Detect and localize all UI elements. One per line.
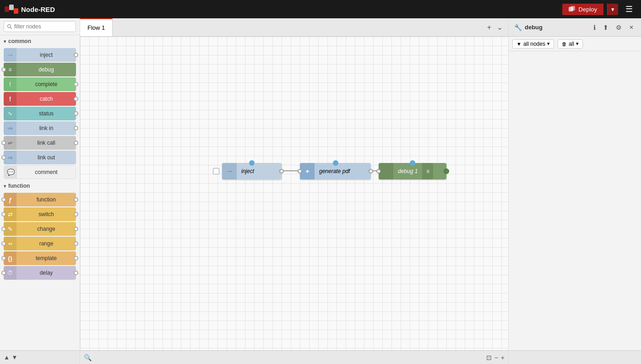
zoom-out-button[interactable]: − [494,354,498,361]
port-left [1,256,6,261]
port-left [1,155,6,160]
debug1-extra-icon: ≡ [422,163,433,179]
inject-arrow-icon: → [226,167,233,175]
list-item[interactable]: ⇒ link in [4,121,76,135]
list-item[interactable]: ∿ status [4,107,76,120]
list-item[interactable]: ⏱ delay [4,266,76,280]
filter-nodes-button[interactable]: ▼ all nodes ▾ [512,39,554,49]
deploy-icon [569,6,576,12]
canvas-node-generate-pdf[interactable]: ✦ generate pdf [300,163,371,179]
category-function[interactable]: ▾ function [0,180,80,192]
list-item[interactable]: {} template [4,251,76,265]
scroll-down-button[interactable]: ▼ [11,354,17,361]
scroll-up-button[interactable]: ▲ [4,354,10,361]
right-panel-header: 🔧 debug ℹ ⬆ ⚙ ✕ [509,18,641,37]
port-right [74,53,78,57]
svg-rect-1 [9,5,14,10]
hamburger-menu-button[interactable]: ☰ [622,2,636,16]
svg-rect-0 [5,6,9,12]
list-item[interactable]: ⇔ range [4,237,76,250]
filter-icon: ▼ [516,41,521,47]
filter-nodes-section [0,18,80,35]
tab-flow1[interactable]: Flow 1 [80,18,113,36]
port-left [1,212,6,217]
canvas-node-inject[interactable]: → inject [222,163,282,179]
generate-pdf-selected-dot [333,160,338,166]
right-panel-content [509,51,641,350]
add-tab-button[interactable]: + [485,22,493,33]
filter-nodes-input[interactable] [4,21,76,32]
inject-selected-dot [249,160,255,166]
app-title: Node-RED [21,5,55,13]
list-item[interactable]: ⇄ switch [4,207,76,221]
svg-rect-2 [14,8,18,14]
list-item[interactable]: ⇒ link out [4,151,76,164]
port-right [74,126,78,130]
generate-pdf-icon: ✦ [305,168,310,175]
link-in-icon: ⇒ [7,125,13,132]
clear-chevron-icon: ▾ [576,41,579,47]
inject-checkbox[interactable] [213,168,219,174]
list-item[interactable]: ! complete [4,77,76,91]
search-canvas-button[interactable]: 🔍 [84,354,92,361]
port-left [1,197,6,202]
panel-settings-button[interactable]: ⚙ [614,23,624,32]
range-icon: ⇔ [8,241,12,247]
link-out-icon: ⇒ [7,154,13,161]
list-item[interactable]: ƒ function [4,193,76,206]
port-left [1,227,6,231]
deploy-button[interactable]: Deploy [562,4,603,15]
list-item[interactable]: ⇌ link call [4,136,76,150]
list-item[interactable]: → inject [4,48,76,62]
arrow-right-icon: → [6,51,14,59]
zoom-in-button[interactable]: + [501,354,505,361]
list-item[interactable]: 💬 comment [4,165,76,179]
category-common[interactable]: ▾ common [0,35,80,47]
function-icon: ƒ [8,196,11,203]
port-right [74,82,78,87]
check-icon: ! [9,81,11,88]
tabs-bar: Flow 1 + ⌄ [80,18,508,37]
list-item[interactable]: ✎ change [4,222,76,236]
more-tabs-button[interactable]: ⌄ [495,21,505,33]
debug1-selected-dot [410,160,415,166]
right-panel: 🔧 debug ℹ ⬆ ⚙ ✕ ▼ all nodes ▾ 🗑 all ▾ [508,18,641,364]
flow-canvas[interactable]: → inject ✦ generate pdf [80,37,508,350]
export-button[interactable]: ⬆ [601,23,610,32]
port-right [74,271,78,275]
filter-chevron-icon: ▾ [547,41,550,47]
canvas-wires [80,37,508,350]
port-right [74,256,78,261]
port-right [74,197,78,202]
clear-button[interactable]: 🗑 all ▾ [558,39,583,49]
tab-actions: + ⌄ [482,18,508,36]
debug1-list-icon: ≡ [426,168,429,174]
deploy-dropdown-button[interactable]: ▾ [607,4,618,15]
inject-node-label: inject [237,168,259,174]
canvas-area: Flow 1 + ⌄ → [80,18,508,364]
canvas-node-debug1[interactable]: debug 1 ≡ [379,163,446,179]
port-left [1,141,6,145]
right-panel-title: 🔧 debug [514,24,588,31]
canvas-bottom-bar: 🔍 ⊡ − + [80,350,508,364]
list-item[interactable]: ≡ debug [4,63,76,76]
list-icon: ≡ [8,66,11,73]
generate-pdf-port-out [369,169,373,174]
panel-close-button[interactable]: ✕ [627,23,636,32]
info-button[interactable]: ℹ [592,23,598,32]
port-right [74,212,78,217]
link-call-icon: ⇌ [8,140,12,146]
inject-port-out [279,169,284,174]
sidebar-bottom: ▲ ▼ [0,350,80,364]
debug-panel-icon: 🔧 [514,24,522,31]
port-left [1,67,6,72]
topbar-left: Node-RED [5,5,55,14]
fit-canvas-button[interactable]: ⊡ [486,354,492,361]
switch-icon: ⇄ [8,211,13,218]
port-right [74,97,78,101]
template-icon: {} [8,255,12,262]
list-item[interactable]: ! catch [4,92,76,106]
main-layout: ▾ common → inject ≡ debug [0,18,641,364]
logo: Node-RED [5,5,55,14]
wave-icon: ∿ [8,110,12,117]
